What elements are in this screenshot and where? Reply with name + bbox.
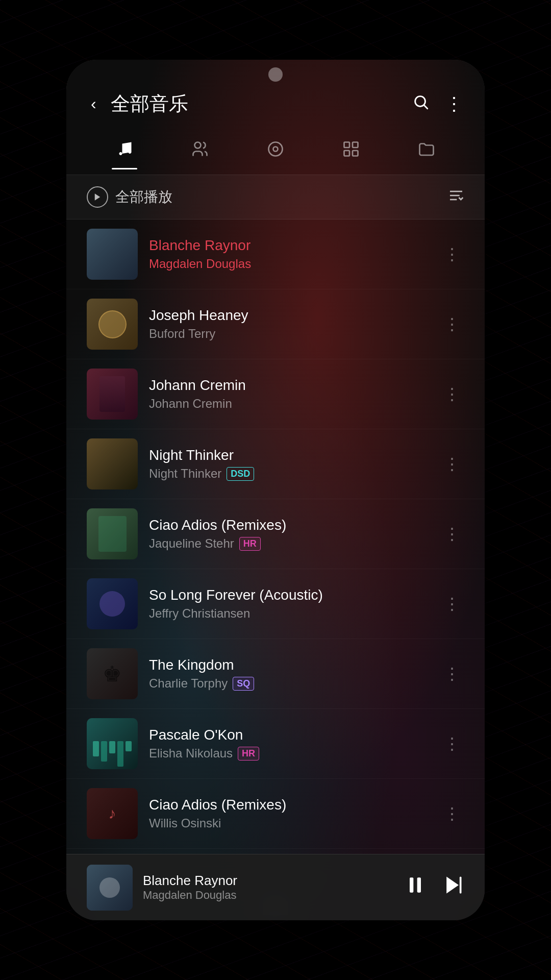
track-more-button[interactable]: ⋮: [440, 800, 464, 827]
svg-rect-6: [353, 142, 358, 148]
svg-rect-14: [417, 877, 421, 892]
track-thumbnail: [87, 369, 138, 420]
tab-playlists[interactable]: [313, 133, 389, 169]
track-item[interactable]: Pascale O'Kon Elisha Nikolaus HR ⋮: [66, 709, 485, 779]
track-thumbnail: [87, 299, 138, 350]
artists-icon: [191, 140, 209, 162]
track-thumbnail: [87, 508, 138, 559]
track-info: The Kingdom Charlie Torphy SQ: [149, 657, 429, 691]
track-thumbnail: ♪: [87, 788, 138, 839]
track-title: Ciao Adios (Remixes): [149, 797, 429, 813]
track-meta: Jaqueline Stehr HR: [149, 536, 429, 551]
quality-badge: HR: [238, 747, 259, 761]
track-artist: Willis Osinski: [149, 816, 221, 830]
svg-rect-16: [460, 877, 462, 894]
svg-line-1: [424, 105, 428, 108]
tab-songs[interactable]: [87, 133, 162, 169]
track-more-button[interactable]: ⋮: [440, 380, 464, 408]
svg-rect-5: [344, 142, 350, 148]
track-artist: Jaqueline Stehr: [149, 536, 234, 551]
play-all-button[interactable]: 全部播放: [87, 186, 448, 208]
svg-point-0: [415, 96, 425, 106]
track-info: Johann Cremin Johann Cremin: [149, 377, 429, 411]
track-thumbnail: [87, 718, 138, 769]
track-artist: Night Thinker: [149, 467, 221, 481]
tab-artists[interactable]: [162, 133, 238, 169]
track-meta: Jeffry Christiansen: [149, 606, 429, 621]
track-item[interactable]: So Long Forever (Acoustic) Jeffry Christ…: [66, 569, 485, 639]
track-thumbnail: ♚: [87, 648, 138, 699]
sort-icon[interactable]: [448, 187, 464, 207]
next-button[interactable]: [442, 874, 464, 901]
quality-badge: DSD: [227, 467, 254, 481]
header-actions: ⋮: [412, 93, 464, 115]
svg-rect-13: [410, 877, 413, 892]
track-more-button[interactable]: ⋮: [440, 520, 464, 548]
tab-albums[interactable]: [238, 133, 313, 169]
track-more-button[interactable]: ⋮: [440, 450, 464, 478]
svg-marker-15: [446, 877, 459, 894]
track-item[interactable]: Blanche Raynor Magdalen Douglas ⋮: [66, 219, 485, 289]
svg-point-3: [269, 142, 283, 156]
albums-icon: [266, 140, 285, 162]
track-artist: Charlie Torphy: [149, 676, 228, 691]
play-all-label: 全部播放: [115, 187, 172, 207]
track-artist: Jeffry Christiansen: [149, 606, 250, 621]
svg-point-2: [195, 142, 201, 149]
songs-icon: [115, 140, 134, 162]
back-button[interactable]: ‹: [87, 90, 101, 117]
track-artist: Magdalen Douglas: [149, 257, 251, 271]
track-more-button[interactable]: ⋮: [440, 240, 464, 268]
track-title: Night Thinker: [149, 447, 429, 463]
track-info: Joseph Heaney Buford Terry: [149, 307, 429, 341]
svg-point-4: [273, 147, 278, 152]
track-title: Joseph Heaney: [149, 307, 429, 324]
track-title: Ciao Adios (Remixes): [149, 517, 429, 533]
track-item[interactable]: Johann Cremin Johann Cremin ⋮: [66, 359, 485, 429]
track-item[interactable]: Joseph Heaney Buford Terry ⋮: [66, 289, 485, 359]
track-more-button[interactable]: ⋮: [440, 590, 464, 618]
track-item[interactable]: Ciao Adios (Remixes) Jaqueline Stehr HR …: [66, 499, 485, 569]
now-playing-info: Blanche Raynor Magdalen Douglas: [143, 873, 394, 902]
playback-controls: [404, 874, 464, 901]
page-title: 全部音乐: [111, 91, 402, 117]
now-playing-title: Blanche Raynor: [143, 873, 394, 889]
svg-rect-7: [344, 151, 350, 156]
track-more-button[interactable]: ⋮: [440, 310, 464, 338]
track-more-button[interactable]: ⋮: [440, 730, 464, 757]
track-title: Johann Cremin: [149, 377, 429, 394]
track-thumbnail: [87, 438, 138, 489]
track-meta: Johann Cremin: [149, 397, 429, 411]
track-thumbnail: [87, 229, 138, 280]
track-meta: Charlie Torphy SQ: [149, 676, 429, 691]
svg-rect-8: [353, 151, 358, 156]
now-playing-bar[interactable]: Blanche Raynor Magdalen Douglas: [66, 854, 485, 920]
track-meta: Night Thinker DSD: [149, 467, 429, 481]
track-info: So Long Forever (Acoustic) Jeffry Christ…: [149, 587, 429, 621]
playlists-icon: [342, 140, 360, 162]
play-circle-icon: [87, 186, 108, 208]
track-title: Pascale O'Kon: [149, 727, 429, 743]
track-thumbnail: [87, 578, 138, 629]
track-meta: Elisha Nikolaus HR: [149, 746, 429, 761]
track-item[interactable]: ♚ The Kingdom Charlie Torphy SQ ⋮: [66, 639, 485, 709]
track-info: Pascale O'Kon Elisha Nikolaus HR: [149, 727, 429, 761]
track-title: Blanche Raynor: [149, 237, 429, 254]
track-item[interactable]: Night Thinker Night Thinker DSD ⋮: [66, 429, 485, 499]
search-icon[interactable]: [412, 93, 430, 115]
nav-tabs: [66, 128, 485, 175]
track-list: Blanche Raynor Magdalen Douglas ⋮ Joseph…: [66, 219, 485, 920]
now-playing-thumbnail: [87, 865, 133, 911]
track-more-button[interactable]: ⋮: [440, 660, 464, 688]
track-artist: Elisha Nikolaus: [149, 746, 233, 761]
tab-folders[interactable]: [389, 133, 464, 169]
play-all-bar: 全部播放: [66, 175, 485, 219]
track-item[interactable]: ♪ Ciao Adios (Remixes) Willis Osinski ⋮: [66, 779, 485, 849]
track-meta: Willis Osinski: [149, 816, 429, 830]
track-artist: Buford Terry: [149, 327, 215, 341]
more-menu-icon[interactable]: ⋮: [445, 95, 464, 113]
folders-icon: [417, 140, 436, 162]
track-artist: Johann Cremin: [149, 397, 232, 411]
pause-button[interactable]: [404, 874, 427, 901]
quality-badge: HR: [239, 537, 261, 551]
